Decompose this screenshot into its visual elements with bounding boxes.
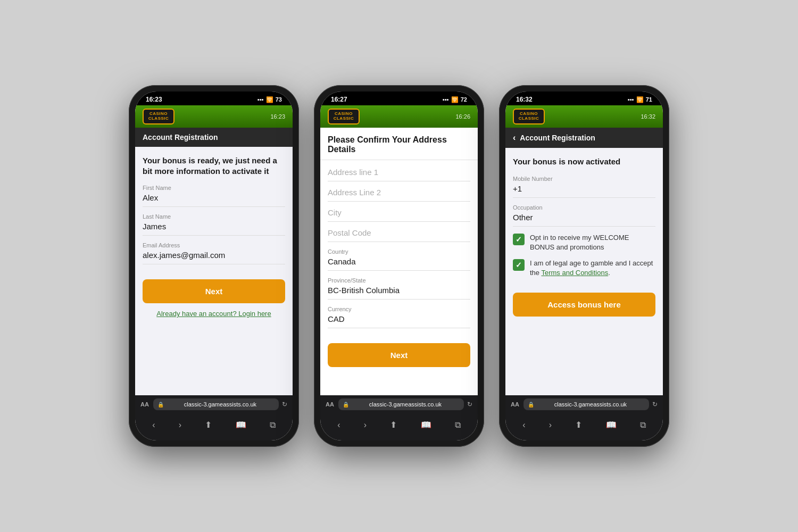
mobile-group: Mobile Number +1 [513, 176, 655, 198]
signal-icon-2: ▪▪▪ [443, 96, 449, 103]
refresh-icon-3[interactable]: ↻ [652, 401, 658, 408]
first-name-value[interactable]: Alex [143, 193, 285, 207]
browser-input-2[interactable]: 🔒 classic-3.gameassists.co.uk [338, 398, 464, 410]
access-button-3[interactable]: Access bonus here [513, 293, 655, 317]
lock-icon-1: 🔒 [157, 402, 164, 408]
occupation-value[interactable]: Other [513, 213, 655, 227]
terms-link[interactable]: Terms and Conditions [541, 269, 608, 277]
browser-url-1: classic-3.gameassists.co.uk [166, 401, 275, 408]
battery-pct-3: 71 [646, 96, 652, 103]
currency-group: Currency CAD [328, 306, 470, 328]
mobile-label: Mobile Number [513, 176, 655, 182]
signal-icon-1: ▪▪▪ [257, 96, 264, 103]
content-2: Address line 1 Address Line 2 City Posta… [320, 160, 478, 395]
country-group: Country Canada [328, 248, 470, 271]
back-arrow-3[interactable]: ‹ [513, 133, 516, 143]
nav-bar-2: ‹ › ⬆ 📖 ⧉ [320, 413, 478, 440]
nav-forward-1[interactable]: › [174, 418, 186, 432]
checkbox-legal-box[interactable]: ✓ [513, 259, 525, 271]
status-time-2: 16:27 [331, 96, 347, 103]
currency-label: Currency [328, 306, 470, 312]
checkbox-legal-check: ✓ [516, 261, 522, 269]
addr1-group: Address line 1 [328, 168, 470, 181]
nav-book-2[interactable]: 📖 [417, 418, 436, 432]
nav-share-1[interactable]: ⬆ [201, 418, 216, 432]
nav-bar-1: ‹ › ⬆ 📖 ⧉ [135, 413, 293, 440]
postal-placeholder[interactable]: Postal Code [328, 228, 470, 242]
status-time-3: 16:32 [516, 96, 533, 103]
app-header-2: CASINO CLASSIC 16:26 [320, 105, 478, 128]
browser-input-3[interactable]: 🔒 classic-3.gameassists.co.uk [523, 398, 649, 410]
page-title-bar-3: ‹ Account Registration [505, 128, 663, 148]
nav-share-3[interactable]: ⬆ [571, 418, 586, 432]
casino-logo-1: CASINO CLASSIC [143, 109, 174, 124]
header-time-2: 16:26 [455, 113, 470, 120]
logo-badge-1: CASINO CLASSIC [143, 109, 174, 124]
browser-url-3: classic-3.gameassists.co.uk [536, 401, 645, 408]
wifi-icon-1: 🛜 [266, 96, 273, 103]
status-icons-3: ▪▪▪ 🛜 71 [628, 96, 652, 103]
status-time-1: 16:23 [146, 96, 162, 103]
currency-value[interactable]: CAD [328, 314, 470, 328]
city-group: City [328, 208, 470, 222]
next-button-2[interactable]: Next [328, 343, 470, 367]
page-title-2: Please Confirm Your Address Details [320, 128, 478, 160]
refresh-icon-2[interactable]: ↻ [467, 401, 472, 408]
section-title-3: Your bonus is now activated [513, 156, 655, 167]
nav-back-3[interactable]: ‹ [518, 418, 529, 432]
checkbox-legal-text: I am of legal age to gamble and I accept… [530, 259, 655, 278]
browser-aa-2[interactable]: AA [326, 401, 334, 408]
occupation-group: Occupation Other [513, 204, 655, 227]
browser-aa-3[interactable]: AA [511, 401, 519, 408]
nav-book-1[interactable]: 📖 [231, 418, 251, 432]
phone-1: 16:23 ▪▪▪ 🛜 73 CASINO CLASSIC 16:23 Acco… [129, 85, 299, 447]
notch-3 [558, 92, 611, 103]
app-header-3: CASINO CLASSIC 16:32 [505, 105, 663, 128]
nav-tabs-2[interactable]: ⧉ [451, 418, 465, 432]
occupation-label: Occupation [513, 204, 655, 211]
nav-book-3[interactable]: 📖 [602, 418, 621, 432]
province-group: Province/State BC-British Columbia [328, 277, 470, 300]
header-time-3: 16:32 [641, 113, 655, 120]
browser-aa-1[interactable]: AA [140, 401, 149, 408]
country-value[interactable]: Canada [328, 257, 470, 271]
checkbox-bonus-box[interactable]: ✓ [513, 234, 525, 245]
browser-bar-2: AA 🔒 classic-3.gameassists.co.uk ↻ [320, 395, 478, 413]
nav-back-2[interactable]: ‹ [333, 418, 344, 432]
phone-2: 16:27 ▪▪▪ 🛜 72 CASINO CLASSIC 16:26 Plea… [314, 85, 484, 447]
next-button-1[interactable]: Next [143, 279, 285, 303]
nav-forward-2[interactable]: › [360, 418, 371, 432]
province-value[interactable]: BC-British Columbia [328, 286, 470, 300]
page-title-bar-1: Account Registration [135, 128, 293, 147]
nav-forward-3[interactable]: › [545, 418, 556, 432]
nav-tabs-3[interactable]: ⧉ [636, 418, 650, 432]
page-title-3: Account Registration [520, 134, 595, 142]
status-icons-1: ▪▪▪ 🛜 73 [257, 96, 282, 103]
email-value[interactable]: alex.james@gmail.com [143, 251, 285, 264]
browser-bar-1: AA 🔒 classic-3.gameassists.co.uk ↻ [135, 395, 293, 413]
wifi-icon-3: 🛜 [636, 96, 644, 103]
addr1-placeholder[interactable]: Address line 1 [328, 168, 470, 181]
mobile-value[interactable]: +1 [513, 184, 655, 198]
nav-share-2[interactable]: ⬆ [386, 418, 401, 432]
last-name-group: Last Name James [143, 213, 285, 236]
browser-input-1[interactable]: 🔒 classic-3.gameassists.co.uk [153, 398, 279, 410]
nav-tabs-1[interactable]: ⧉ [265, 418, 280, 432]
header-time-1: 16:23 [270, 113, 285, 120]
logo-badge-2: CASINO CLASSIC [328, 109, 360, 124]
city-placeholder[interactable]: City [328, 208, 470, 222]
last-name-value[interactable]: James [143, 222, 285, 236]
addr2-placeholder[interactable]: Address Line 2 [328, 188, 470, 202]
browser-url-2: classic-3.gameassists.co.uk [351, 401, 460, 408]
country-label: Country [328, 248, 470, 255]
first-name-group: First Name Alex [143, 185, 285, 207]
status-icons-2: ▪▪▪ 🛜 72 [443, 96, 467, 103]
nav-back-1[interactable]: ‹ [148, 418, 159, 432]
addr2-group: Address Line 2 [328, 188, 470, 202]
checkbox-bonus-text: Opt in to receive my WELCOME BONUS and p… [530, 233, 655, 252]
battery-pct-1: 73 [276, 96, 282, 103]
refresh-icon-1[interactable]: ↻ [282, 401, 287, 408]
login-link-1[interactable]: Already have an account? Login here [143, 310, 285, 318]
content-1: Your bonus is ready, we just need a bit … [135, 147, 293, 395]
checkbox-bonus-check: ✓ [516, 235, 522, 244]
